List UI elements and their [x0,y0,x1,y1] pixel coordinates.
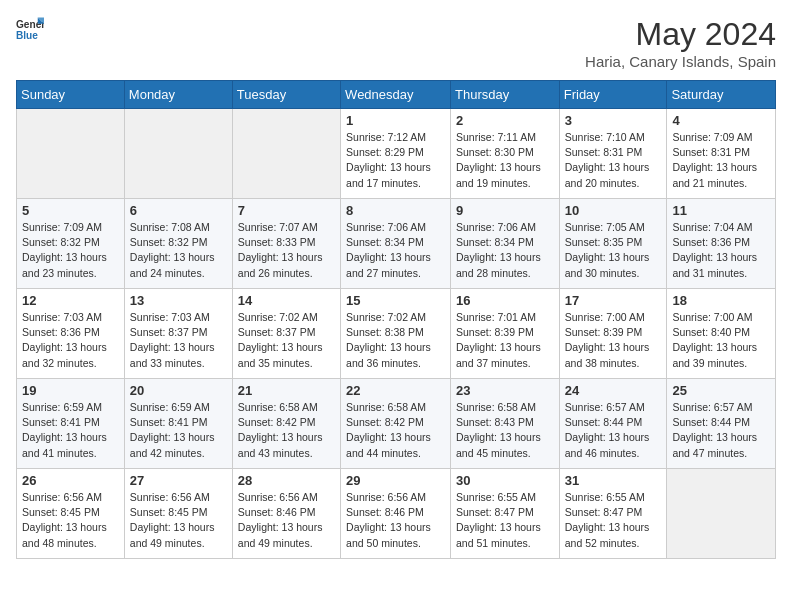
day-number: 9 [456,203,554,218]
day-number: 15 [346,293,445,308]
week-row-1: 1Sunrise: 7:12 AMSunset: 8:29 PMDaylight… [17,109,776,199]
day-number: 29 [346,473,445,488]
day-cell: 22Sunrise: 6:58 AMSunset: 8:42 PMDayligh… [341,379,451,469]
day-number: 8 [346,203,445,218]
weekday-header-thursday: Thursday [451,81,560,109]
day-number: 3 [565,113,662,128]
day-cell: 19Sunrise: 6:59 AMSunset: 8:41 PMDayligh… [17,379,125,469]
weekday-header-friday: Friday [559,81,667,109]
day-number: 4 [672,113,770,128]
logo: General Blue [16,16,44,44]
day-info: Sunrise: 7:08 AMSunset: 8:32 PMDaylight:… [130,220,227,281]
day-number: 13 [130,293,227,308]
day-number: 22 [346,383,445,398]
day-info: Sunrise: 7:00 AMSunset: 8:39 PMDaylight:… [565,310,662,371]
day-cell: 15Sunrise: 7:02 AMSunset: 8:38 PMDayligh… [341,289,451,379]
weekday-header-monday: Monday [124,81,232,109]
day-number: 5 [22,203,119,218]
day-number: 2 [456,113,554,128]
day-cell: 29Sunrise: 6:56 AMSunset: 8:46 PMDayligh… [341,469,451,559]
day-info: Sunrise: 7:04 AMSunset: 8:36 PMDaylight:… [672,220,770,281]
day-cell [232,109,340,199]
day-info: Sunrise: 6:56 AMSunset: 8:45 PMDaylight:… [130,490,227,551]
day-cell: 31Sunrise: 6:55 AMSunset: 8:47 PMDayligh… [559,469,667,559]
day-info: Sunrise: 7:09 AMSunset: 8:32 PMDaylight:… [22,220,119,281]
day-cell: 24Sunrise: 6:57 AMSunset: 8:44 PMDayligh… [559,379,667,469]
day-info: Sunrise: 6:57 AMSunset: 8:44 PMDaylight:… [672,400,770,461]
day-cell: 2Sunrise: 7:11 AMSunset: 8:30 PMDaylight… [451,109,560,199]
calendar-table: SundayMondayTuesdayWednesdayThursdayFrid… [16,80,776,559]
calendar-subtitle: Haria, Canary Islands, Spain [585,53,776,70]
day-info: Sunrise: 7:12 AMSunset: 8:29 PMDaylight:… [346,130,445,191]
day-cell: 9Sunrise: 7:06 AMSunset: 8:34 PMDaylight… [451,199,560,289]
day-cell: 26Sunrise: 6:56 AMSunset: 8:45 PMDayligh… [17,469,125,559]
day-info: Sunrise: 7:06 AMSunset: 8:34 PMDaylight:… [346,220,445,281]
day-info: Sunrise: 7:05 AMSunset: 8:35 PMDaylight:… [565,220,662,281]
day-cell: 11Sunrise: 7:04 AMSunset: 8:36 PMDayligh… [667,199,776,289]
day-cell: 7Sunrise: 7:07 AMSunset: 8:33 PMDaylight… [232,199,340,289]
day-number: 24 [565,383,662,398]
day-number: 20 [130,383,227,398]
week-row-5: 26Sunrise: 6:56 AMSunset: 8:45 PMDayligh… [17,469,776,559]
day-cell: 3Sunrise: 7:10 AMSunset: 8:31 PMDaylight… [559,109,667,199]
day-cell: 5Sunrise: 7:09 AMSunset: 8:32 PMDaylight… [17,199,125,289]
day-number: 14 [238,293,335,308]
day-info: Sunrise: 7:09 AMSunset: 8:31 PMDaylight:… [672,130,770,191]
day-number: 16 [456,293,554,308]
calendar-title: May 2024 [585,16,776,53]
day-number: 23 [456,383,554,398]
day-info: Sunrise: 6:58 AMSunset: 8:42 PMDaylight:… [346,400,445,461]
day-info: Sunrise: 7:06 AMSunset: 8:34 PMDaylight:… [456,220,554,281]
day-info: Sunrise: 6:59 AMSunset: 8:41 PMDaylight:… [130,400,227,461]
day-cell: 30Sunrise: 6:55 AMSunset: 8:47 PMDayligh… [451,469,560,559]
day-info: Sunrise: 6:58 AMSunset: 8:42 PMDaylight:… [238,400,335,461]
weekday-header-tuesday: Tuesday [232,81,340,109]
week-row-2: 5Sunrise: 7:09 AMSunset: 8:32 PMDaylight… [17,199,776,289]
day-number: 12 [22,293,119,308]
day-number: 19 [22,383,119,398]
day-number: 6 [130,203,227,218]
day-info: Sunrise: 6:56 AMSunset: 8:46 PMDaylight:… [238,490,335,551]
day-number: 11 [672,203,770,218]
day-number: 1 [346,113,445,128]
day-info: Sunrise: 6:57 AMSunset: 8:44 PMDaylight:… [565,400,662,461]
day-info: Sunrise: 7:10 AMSunset: 8:31 PMDaylight:… [565,130,662,191]
day-info: Sunrise: 7:03 AMSunset: 8:36 PMDaylight:… [22,310,119,371]
page-header: General Blue May 2024 Haria, Canary Isla… [16,16,776,70]
day-info: Sunrise: 6:55 AMSunset: 8:47 PMDaylight:… [565,490,662,551]
day-cell: 17Sunrise: 7:00 AMSunset: 8:39 PMDayligh… [559,289,667,379]
day-info: Sunrise: 7:02 AMSunset: 8:38 PMDaylight:… [346,310,445,371]
day-cell: 18Sunrise: 7:00 AMSunset: 8:40 PMDayligh… [667,289,776,379]
weekday-header-sunday: Sunday [17,81,125,109]
day-cell: 27Sunrise: 6:56 AMSunset: 8:45 PMDayligh… [124,469,232,559]
day-number: 25 [672,383,770,398]
day-cell: 8Sunrise: 7:06 AMSunset: 8:34 PMDaylight… [341,199,451,289]
day-cell [667,469,776,559]
day-cell: 14Sunrise: 7:02 AMSunset: 8:37 PMDayligh… [232,289,340,379]
day-cell: 20Sunrise: 6:59 AMSunset: 8:41 PMDayligh… [124,379,232,469]
day-number: 30 [456,473,554,488]
day-cell: 25Sunrise: 6:57 AMSunset: 8:44 PMDayligh… [667,379,776,469]
day-number: 31 [565,473,662,488]
day-info: Sunrise: 7:03 AMSunset: 8:37 PMDaylight:… [130,310,227,371]
weekday-header-wednesday: Wednesday [341,81,451,109]
day-info: Sunrise: 7:02 AMSunset: 8:37 PMDaylight:… [238,310,335,371]
svg-text:Blue: Blue [16,30,38,41]
day-number: 18 [672,293,770,308]
day-info: Sunrise: 7:00 AMSunset: 8:40 PMDaylight:… [672,310,770,371]
day-number: 7 [238,203,335,218]
day-number: 27 [130,473,227,488]
day-number: 21 [238,383,335,398]
day-cell [17,109,125,199]
day-number: 10 [565,203,662,218]
day-cell: 4Sunrise: 7:09 AMSunset: 8:31 PMDaylight… [667,109,776,199]
generalblue-logo-icon: General Blue [16,16,44,44]
day-cell: 21Sunrise: 6:58 AMSunset: 8:42 PMDayligh… [232,379,340,469]
weekday-header-row: SundayMondayTuesdayWednesdayThursdayFrid… [17,81,776,109]
day-info: Sunrise: 6:59 AMSunset: 8:41 PMDaylight:… [22,400,119,461]
title-block: May 2024 Haria, Canary Islands, Spain [585,16,776,70]
day-info: Sunrise: 7:11 AMSunset: 8:30 PMDaylight:… [456,130,554,191]
day-cell: 16Sunrise: 7:01 AMSunset: 8:39 PMDayligh… [451,289,560,379]
day-cell: 12Sunrise: 7:03 AMSunset: 8:36 PMDayligh… [17,289,125,379]
day-cell: 6Sunrise: 7:08 AMSunset: 8:32 PMDaylight… [124,199,232,289]
